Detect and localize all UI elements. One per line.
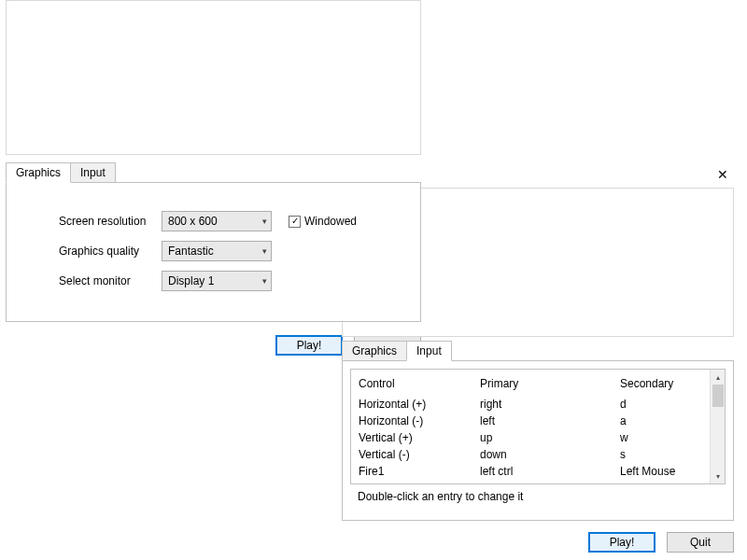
monitor-value: Display 1: [168, 274, 214, 287]
quality-select[interactable]: Fantastic ▾: [162, 241, 272, 261]
windowed-checkbox[interactable]: ✓: [289, 216, 301, 228]
quality-value: Fantastic: [168, 245, 214, 258]
chevron-down-icon: ▾: [262, 246, 267, 256]
resolution-value: 747 x 560: [168, 215, 218, 228]
cell-primary: left: [480, 414, 620, 427]
table-row[interactable]: Horizontal (+) right d: [359, 396, 702, 413]
graphics-tab-page: Screen resolution 747 x 560 ▾ ✓ Windowed…: [6, 182, 421, 322]
scrollbar[interactable]: ▴ ▾: [710, 370, 725, 483]
col-primary: Primary: [480, 377, 620, 390]
tab-bar: Graphics Input: [342, 341, 734, 361]
monitor-select[interactable]: Display 1 ▾: [162, 271, 272, 291]
col-secondary: Secondary: [620, 377, 702, 390]
monitor-label: Select monitor: [59, 274, 162, 287]
tab-input[interactable]: Input: [406, 341, 452, 361]
tab-graphics[interactable]: Graphics: [342, 341, 407, 361]
cell-secondary: Left Mouse: [620, 465, 702, 478]
table-row[interactable]: Fire1 left ctrl Left Mouse: [359, 463, 702, 480]
cell-secondary: s: [620, 448, 702, 461]
cell-control: Vertical (-): [359, 448, 480, 461]
chevron-down-icon: ▾: [262, 217, 267, 226]
cell-control: Horizontal (-): [359, 414, 480, 427]
hint-text: Double-click an entry to change it: [350, 484, 726, 512]
scroll-thumb[interactable]: [712, 385, 724, 407]
cell-primary: down: [480, 448, 620, 461]
cell-primary: up: [480, 431, 620, 444]
input-tab-page: Control Primary Secondary Horizontal (+)…: [342, 360, 734, 521]
tab-graphics[interactable]: Graphics: [6, 162, 71, 183]
windowed-label: Windowed: [304, 215, 357, 228]
quit-button[interactable]: Quit: [667, 532, 734, 553]
cell-secondary: d: [620, 398, 702, 411]
table-header: Control Primary Secondary: [359, 375, 702, 392]
cell-secondary: a: [620, 414, 702, 427]
play-button[interactable]: Play!: [275, 335, 343, 356]
table-row[interactable]: Vertical (+) up w: [359, 429, 702, 446]
col-control: Control: [359, 377, 480, 390]
preview-area: [6, 0, 421, 155]
bindings-table: Control Primary Secondary Horizontal (+)…: [350, 369, 726, 484]
quality-label: Graphics quality: [59, 245, 162, 258]
chevron-down-icon: ▾: [262, 276, 267, 286]
cell-secondary: w: [620, 431, 702, 444]
resolution-select[interactable]: 747 x 560 ▾: [162, 211, 272, 231]
cell-primary: left ctrl: [480, 465, 620, 478]
table-row[interactable]: Vertical (-) down s: [359, 446, 702, 463]
scroll-down-icon[interactable]: ▾: [711, 469, 725, 483]
tab-input[interactable]: Input: [70, 162, 116, 183]
cell-control: Horizontal (+): [359, 398, 480, 411]
cell-primary: right: [480, 398, 620, 411]
table-row[interactable]: Horizontal (-) left a: [359, 413, 702, 429]
cell-control: Fire1: [359, 465, 480, 478]
resolution-label: Screen resolution: [59, 215, 162, 228]
close-icon[interactable]: ✕: [710, 165, 736, 184]
cell-control: Vertical (+): [359, 431, 480, 444]
scroll-up-icon[interactable]: ▴: [711, 370, 725, 385]
play-button[interactable]: Play!: [588, 532, 655, 553]
